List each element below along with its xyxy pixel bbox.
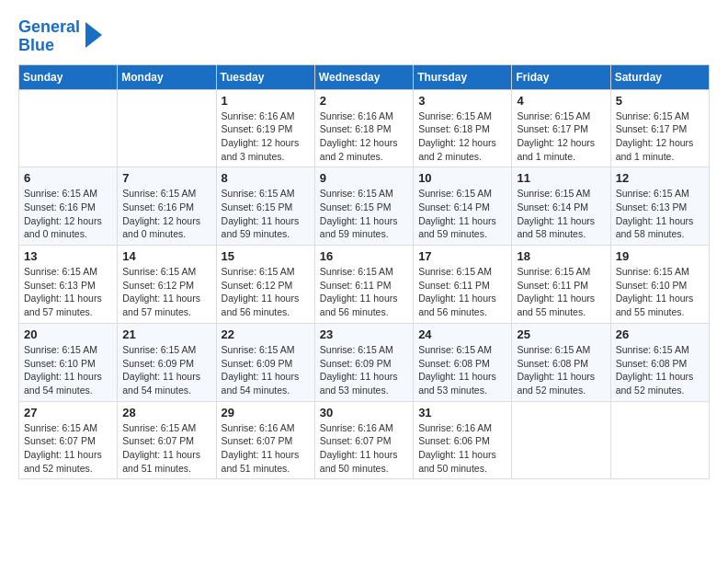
day-info: Sunrise: 6:15 AMSunset: 6:16 PMDaylight:…: [122, 187, 210, 241]
day-number: 13: [24, 249, 112, 263]
calendar-cell: 31Sunrise: 6:16 AMSunset: 6:06 PMDayligh…: [414, 401, 512, 479]
calendar-cell: 14Sunrise: 6:15 AMSunset: 6:12 PMDayligh…: [118, 246, 216, 324]
day-number: 29: [222, 406, 310, 419]
logo: General Blue: [18, 18, 102, 55]
calendar-cell: 13Sunrise: 6:15 AMSunset: 6:13 PMDayligh…: [19, 246, 118, 324]
calendar-cell: 22Sunrise: 6:15 AMSunset: 6:09 PMDayligh…: [216, 323, 314, 401]
day-info: Sunrise: 6:16 AMSunset: 6:07 PMDaylight:…: [222, 421, 310, 476]
day-number: 4: [517, 94, 605, 108]
calendar-body: 1Sunrise: 6:16 AMSunset: 6:19 PMDaylight…: [19, 89, 710, 479]
calendar-cell: 4Sunrise: 6:15 AMSunset: 6:17 PMDaylight…: [512, 89, 610, 167]
day-info: Sunrise: 6:15 AMSunset: 6:14 PMDaylight:…: [418, 187, 506, 241]
calendar-cell: 28Sunrise: 6:15 AMSunset: 6:07 PMDayligh…: [118, 401, 216, 479]
weekday-header-tuesday: Tuesday: [216, 64, 314, 89]
day-number: 24: [418, 327, 506, 341]
day-info: Sunrise: 6:16 AMSunset: 6:07 PMDaylight:…: [320, 421, 408, 476]
day-info: Sunrise: 6:15 AMSunset: 6:08 PMDaylight:…: [616, 343, 704, 397]
day-number: 18: [517, 249, 605, 263]
day-info: Sunrise: 6:15 AMSunset: 6:07 PMDaylight:…: [24, 421, 112, 476]
calendar-cell: 21Sunrise: 6:15 AMSunset: 6:09 PMDayligh…: [118, 323, 216, 401]
calendar-cell: 16Sunrise: 6:15 AMSunset: 6:11 PMDayligh…: [314, 246, 413, 324]
page-header: General Blue: [18, 18, 710, 55]
calendar-week-4: 20Sunrise: 6:15 AMSunset: 6:10 PMDayligh…: [19, 323, 710, 401]
day-info: Sunrise: 6:15 AMSunset: 6:11 PMDaylight:…: [320, 265, 408, 319]
calendar-cell: 2Sunrise: 6:16 AMSunset: 6:18 PMDaylight…: [314, 89, 413, 167]
logo-text-general: General: [18, 17, 80, 36]
day-info: Sunrise: 6:15 AMSunset: 6:15 PMDaylight:…: [222, 187, 310, 241]
day-number: 12: [616, 171, 704, 185]
calendar-cell: 26Sunrise: 6:15 AMSunset: 6:08 PMDayligh…: [610, 323, 709, 401]
day-info: Sunrise: 6:15 AMSunset: 6:13 PMDaylight:…: [24, 265, 112, 319]
calendar-week-3: 13Sunrise: 6:15 AMSunset: 6:13 PMDayligh…: [19, 246, 710, 324]
calendar-cell: [610, 401, 709, 479]
calendar-cell: 19Sunrise: 6:15 AMSunset: 6:10 PMDayligh…: [610, 246, 709, 324]
day-info: Sunrise: 6:15 AMSunset: 6:15 PMDaylight:…: [320, 187, 408, 241]
day-number: 25: [517, 327, 605, 341]
day-number: 8: [222, 171, 310, 185]
weekday-header-thursday: Thursday: [414, 64, 512, 89]
calendar-cell: 24Sunrise: 6:15 AMSunset: 6:08 PMDayligh…: [414, 323, 512, 401]
day-number: 14: [122, 249, 210, 263]
calendar-cell: [19, 89, 118, 167]
day-info: Sunrise: 6:15 AMSunset: 6:16 PMDaylight:…: [24, 187, 112, 241]
day-number: 16: [320, 249, 408, 263]
day-number: 22: [222, 327, 310, 341]
day-number: 26: [616, 327, 704, 341]
day-info: Sunrise: 6:15 AMSunset: 6:12 PMDaylight:…: [122, 265, 210, 319]
calendar-cell: 9Sunrise: 6:15 AMSunset: 6:15 PMDaylight…: [314, 167, 413, 246]
day-number: 15: [222, 249, 310, 263]
day-info: Sunrise: 6:15 AMSunset: 6:09 PMDaylight:…: [222, 343, 310, 397]
calendar-cell: 30Sunrise: 6:16 AMSunset: 6:07 PMDayligh…: [314, 401, 413, 479]
day-number: 3: [418, 94, 506, 108]
day-info: Sunrise: 6:15 AMSunset: 6:13 PMDaylight:…: [616, 187, 704, 241]
weekday-header-friday: Friday: [512, 64, 610, 89]
day-number: 30: [320, 406, 408, 419]
day-info: Sunrise: 6:15 AMSunset: 6:11 PMDaylight:…: [517, 265, 605, 319]
calendar-table: SundayMondayTuesdayWednesdayThursdayFrid…: [18, 64, 710, 480]
day-number: 27: [24, 406, 112, 419]
day-info: Sunrise: 6:15 AMSunset: 6:14 PMDaylight:…: [517, 187, 605, 241]
day-info: Sunrise: 6:15 AMSunset: 6:12 PMDaylight:…: [222, 265, 310, 319]
day-number: 5: [616, 94, 704, 108]
calendar-cell: 20Sunrise: 6:15 AMSunset: 6:10 PMDayligh…: [19, 323, 118, 401]
calendar-cell: 29Sunrise: 6:16 AMSunset: 6:07 PMDayligh…: [216, 401, 314, 479]
weekday-header-wednesday: Wednesday: [314, 64, 413, 89]
day-number: 6: [24, 171, 112, 185]
day-info: Sunrise: 6:15 AMSunset: 6:11 PMDaylight:…: [418, 265, 506, 319]
calendar-cell: 15Sunrise: 6:15 AMSunset: 6:12 PMDayligh…: [216, 246, 314, 324]
day-info: Sunrise: 6:15 AMSunset: 6:10 PMDaylight:…: [616, 265, 704, 319]
calendar-week-5: 27Sunrise: 6:15 AMSunset: 6:07 PMDayligh…: [19, 401, 710, 479]
calendar-cell: 8Sunrise: 6:15 AMSunset: 6:15 PMDaylight…: [216, 167, 314, 246]
day-number: 9: [320, 171, 408, 185]
calendar-cell: 23Sunrise: 6:15 AMSunset: 6:09 PMDayligh…: [314, 323, 413, 401]
calendar-cell: 1Sunrise: 6:16 AMSunset: 6:19 PMDaylight…: [216, 89, 314, 167]
day-info: Sunrise: 6:15 AMSunset: 6:08 PMDaylight:…: [418, 343, 506, 397]
weekday-header-monday: Monday: [118, 64, 216, 89]
calendar-cell: 25Sunrise: 6:15 AMSunset: 6:08 PMDayligh…: [512, 323, 610, 401]
day-number: 28: [122, 406, 210, 419]
calendar-header-row: SundayMondayTuesdayWednesdayThursdayFrid…: [19, 64, 710, 89]
day-number: 7: [122, 171, 210, 185]
logo-text-blue: Blue: [18, 36, 54, 54]
day-info: Sunrise: 6:15 AMSunset: 6:08 PMDaylight:…: [517, 343, 605, 397]
calendar-cell: 10Sunrise: 6:15 AMSunset: 6:14 PMDayligh…: [414, 167, 512, 246]
day-info: Sunrise: 6:16 AMSunset: 6:06 PMDaylight:…: [418, 421, 506, 476]
logo-arrow-icon: [85, 22, 102, 48]
calendar-week-1: 1Sunrise: 6:16 AMSunset: 6:19 PMDaylight…: [19, 89, 710, 167]
calendar-cell: 11Sunrise: 6:15 AMSunset: 6:14 PMDayligh…: [512, 167, 610, 246]
calendar-cell: 12Sunrise: 6:15 AMSunset: 6:13 PMDayligh…: [610, 167, 709, 246]
day-info: Sunrise: 6:15 AMSunset: 6:17 PMDaylight:…: [517, 109, 605, 164]
day-info: Sunrise: 6:15 AMSunset: 6:10 PMDaylight:…: [24, 343, 112, 397]
day-info: Sunrise: 6:15 AMSunset: 6:17 PMDaylight:…: [616, 109, 704, 164]
day-info: Sunrise: 6:16 AMSunset: 6:19 PMDaylight:…: [222, 109, 310, 164]
day-number: 23: [320, 327, 408, 341]
calendar-cell: 6Sunrise: 6:15 AMSunset: 6:16 PMDaylight…: [19, 167, 118, 246]
calendar-cell: [118, 89, 216, 167]
day-number: 2: [320, 94, 408, 108]
day-number: 11: [517, 171, 605, 185]
weekday-header-sunday: Sunday: [19, 64, 118, 89]
calendar-cell: 3Sunrise: 6:15 AMSunset: 6:18 PMDaylight…: [414, 89, 512, 167]
day-number: 31: [418, 406, 506, 419]
day-number: 21: [122, 327, 210, 341]
weekday-header-saturday: Saturday: [610, 64, 709, 89]
